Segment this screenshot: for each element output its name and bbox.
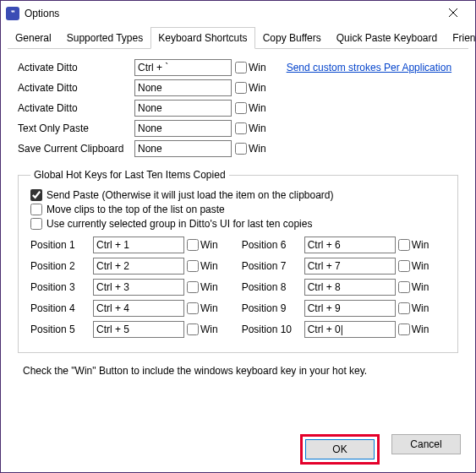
position-label: Position 4 xyxy=(30,302,93,314)
position-input[interactable] xyxy=(304,236,396,253)
position-label: Position 8 xyxy=(242,281,304,293)
win-checkbox[interactable] xyxy=(398,239,410,251)
position-label: Position 2 xyxy=(30,260,93,272)
tab-copy-buffers[interactable]: Copy Buffers xyxy=(255,27,329,49)
ok-button[interactable]: OK xyxy=(305,439,375,459)
checkbox-row: Move clips to the top of the list on pas… xyxy=(30,204,446,215)
global-hotkeys-group: Global Hot Keys for Last Ten Items Copie… xyxy=(18,169,458,353)
position-input[interactable] xyxy=(304,321,396,338)
position-input[interactable] xyxy=(93,236,184,253)
win-label: Win xyxy=(412,302,429,314)
checkbox-row: Send Paste (Otherwise it will just load … xyxy=(30,189,446,201)
win-label: Win xyxy=(249,62,266,73)
win-checkbox[interactable] xyxy=(187,239,199,251)
win-checkbox[interactable] xyxy=(235,82,247,94)
win-checkbox[interactable] xyxy=(235,62,247,73)
shortcut-label: Activate Ditto xyxy=(18,102,134,114)
win-label: Win xyxy=(200,260,218,272)
shortcut-label: Activate Ditto xyxy=(18,82,134,94)
win-label: Win xyxy=(200,323,218,335)
positions-right: Position 6Win Position 7Win Position 8Wi… xyxy=(242,236,429,342)
win-label: Win xyxy=(412,281,429,293)
win-checkbox[interactable] xyxy=(398,260,410,272)
shortcut-row: Activate Ditto Win xyxy=(18,79,458,96)
position-label: Position 9 xyxy=(242,302,304,314)
win-checkbox[interactable] xyxy=(187,281,199,293)
shortcut-label: Text Only Paste xyxy=(18,122,134,134)
win-checkbox[interactable] xyxy=(398,281,410,293)
titlebar: ❞ Options xyxy=(1,1,475,26)
shortcut-input[interactable] xyxy=(134,79,232,96)
shortcut-row: Activate Ditto Win xyxy=(18,100,458,117)
win-checkbox[interactable] xyxy=(235,143,247,155)
position-label: Position 10 xyxy=(242,323,304,335)
shortcut-input[interactable] xyxy=(134,59,232,76)
position-input[interactable] xyxy=(93,279,184,296)
close-button[interactable] xyxy=(436,7,470,20)
positions-grid: Position 1Win Position 2Win Position 3Wi… xyxy=(30,236,446,342)
tab-friends[interactable]: Friends xyxy=(445,27,476,49)
tab-bar: General Supported Types Keyboard Shortcu… xyxy=(8,26,468,49)
use-group-checkbox[interactable] xyxy=(30,218,42,230)
position-label: Position 1 xyxy=(30,239,93,251)
win-label: Win xyxy=(200,281,218,293)
win-label: Win xyxy=(200,239,218,251)
app-icon: ❞ xyxy=(6,7,19,20)
position-input[interactable] xyxy=(93,300,184,317)
move-clips-checkbox[interactable] xyxy=(30,204,42,215)
win-checkbox[interactable] xyxy=(187,302,199,314)
shortcut-label: Activate Ditto xyxy=(18,62,134,73)
shortcut-row: Text Only Paste Win xyxy=(18,120,458,137)
tab-quick-paste-keyboard[interactable]: Quick Paste Keyboard xyxy=(329,27,445,49)
win-label: Win xyxy=(249,143,266,155)
footer: OK Cancel xyxy=(300,434,461,465)
position-label: Position 6 xyxy=(242,239,304,251)
win-checkbox[interactable] xyxy=(235,122,247,134)
shortcut-row: Save Current Clipboard Win xyxy=(18,140,458,157)
tab-supported-types[interactable]: Supported Types xyxy=(59,27,151,49)
hint-text: Check the "Win" Button to include the wi… xyxy=(23,365,458,377)
shortcut-input[interactable] xyxy=(134,140,232,157)
shortcut-input[interactable] xyxy=(134,100,232,117)
position-input[interactable] xyxy=(304,300,396,317)
position-label: Position 3 xyxy=(30,281,93,293)
shortcut-input[interactable] xyxy=(134,120,232,137)
win-checkbox-wrap: Win xyxy=(235,62,266,73)
positions-left: Position 1Win Position 2Win Position 3Wi… xyxy=(30,236,242,342)
position-input[interactable] xyxy=(304,279,396,296)
checkbox-label: Move clips to the top of the list on pas… xyxy=(47,204,225,215)
position-input[interactable] xyxy=(93,258,184,275)
win-label: Win xyxy=(249,122,266,134)
cancel-button[interactable]: Cancel xyxy=(391,434,461,454)
win-label: Win xyxy=(200,302,218,314)
custom-strokes-link[interactable]: Send custom strokes Per Application xyxy=(287,62,451,73)
win-checkbox[interactable] xyxy=(398,323,410,335)
window-title: Options xyxy=(25,8,436,19)
send-paste-checkbox[interactable] xyxy=(30,189,42,201)
position-input[interactable] xyxy=(304,258,396,275)
group-legend: Global Hot Keys for Last Ten Items Copie… xyxy=(30,169,229,181)
position-label: Position 7 xyxy=(242,260,304,272)
close-icon xyxy=(448,8,458,18)
win-label: Win xyxy=(412,260,429,272)
checkbox-label: Use currently selected group in Ditto's … xyxy=(47,218,312,230)
tab-keyboard-shortcuts[interactable]: Keyboard Shortcuts xyxy=(150,27,254,49)
win-label: Win xyxy=(412,323,429,335)
win-label: Win xyxy=(249,102,266,114)
win-label: Win xyxy=(249,82,266,94)
win-checkbox[interactable] xyxy=(187,260,199,272)
shortcut-label: Save Current Clipboard xyxy=(18,143,134,155)
win-label: Win xyxy=(412,239,429,251)
checkbox-row: Use currently selected group in Ditto's … xyxy=(30,218,446,230)
tab-content: Activate Ditto Win Send custom strokes P… xyxy=(1,49,475,387)
shortcut-row: Activate Ditto Win Send custom strokes P… xyxy=(18,59,458,76)
position-label: Position 5 xyxy=(30,323,93,335)
checkbox-label: Send Paste (Otherwise it will just load … xyxy=(47,189,334,201)
ok-highlight: OK xyxy=(300,434,380,465)
win-checkbox[interactable] xyxy=(187,323,199,335)
win-checkbox[interactable] xyxy=(398,302,410,314)
win-checkbox[interactable] xyxy=(235,102,247,114)
tab-general[interactable]: General xyxy=(8,27,59,49)
position-input[interactable] xyxy=(93,321,184,338)
